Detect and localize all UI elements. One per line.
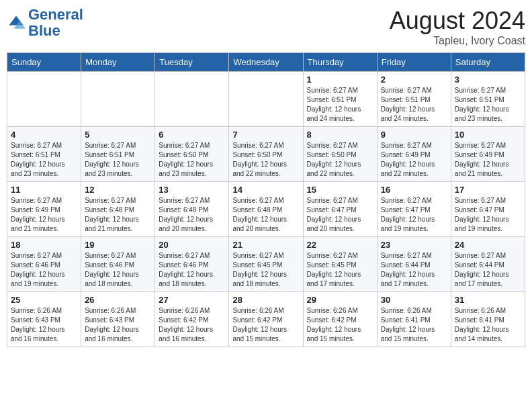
day-info: Sunrise: 6:27 AM Sunset: 6:48 PM Dayligh…: [159, 196, 225, 234]
calendar-day-header: Saturday: [451, 53, 525, 72]
calendar-cell: 13Sunrise: 6:27 AM Sunset: 6:48 PM Dayli…: [155, 182, 229, 237]
calendar-cell: [155, 72, 229, 127]
day-number: 12: [85, 185, 151, 195]
day-number: 6: [159, 130, 225, 140]
calendar-cell: 4Sunrise: 6:27 AM Sunset: 6:51 PM Daylig…: [7, 127, 81, 182]
calendar-week-row: 25Sunrise: 6:26 AM Sunset: 6:43 PM Dayli…: [7, 292, 525, 347]
day-number: 28: [232, 295, 299, 305]
calendar-cell: 2Sunrise: 6:27 AM Sunset: 6:51 PM Daylig…: [377, 72, 451, 127]
calendar-header-row: SundayMondayTuesdayWednesdayThursdayFrid…: [7, 53, 525, 72]
day-info: Sunrise: 6:26 AM Sunset: 6:42 PM Dayligh…: [232, 306, 299, 344]
day-info: Sunrise: 6:27 AM Sunset: 6:46 PM Dayligh…: [85, 251, 151, 289]
calendar-cell: 3Sunrise: 6:27 AM Sunset: 6:51 PM Daylig…: [451, 72, 525, 127]
day-info: Sunrise: 6:27 AM Sunset: 6:48 PM Dayligh…: [85, 196, 151, 234]
day-info: Sunrise: 6:27 AM Sunset: 6:51 PM Dayligh…: [11, 141, 77, 179]
day-number: 7: [232, 130, 299, 140]
calendar-day-header: Wednesday: [229, 53, 303, 72]
day-number: 11: [11, 185, 77, 195]
calendar-cell: 14Sunrise: 6:27 AM Sunset: 6:48 PM Dayli…: [229, 182, 303, 237]
day-number: 29: [307, 295, 373, 305]
calendar-cell: 6Sunrise: 6:27 AM Sunset: 6:50 PM Daylig…: [155, 127, 229, 182]
day-number: 17: [455, 185, 521, 195]
calendar-cell: 30Sunrise: 6:26 AM Sunset: 6:41 PM Dayli…: [377, 292, 451, 347]
day-info: Sunrise: 6:26 AM Sunset: 6:43 PM Dayligh…: [11, 306, 77, 344]
calendar-cell: 5Sunrise: 6:27 AM Sunset: 6:51 PM Daylig…: [81, 127, 155, 182]
day-info: Sunrise: 6:27 AM Sunset: 6:51 PM Dayligh…: [85, 141, 151, 179]
day-info: Sunrise: 6:27 AM Sunset: 6:44 PM Dayligh…: [455, 251, 521, 289]
day-number: 25: [11, 295, 77, 305]
day-info: Sunrise: 6:27 AM Sunset: 6:49 PM Dayligh…: [381, 141, 447, 179]
day-number: 20: [159, 240, 225, 250]
day-info: Sunrise: 6:27 AM Sunset: 6:46 PM Dayligh…: [159, 251, 225, 289]
day-number: 2: [381, 75, 447, 85]
day-number: 30: [381, 295, 447, 305]
day-info: Sunrise: 6:27 AM Sunset: 6:51 PM Dayligh…: [455, 86, 521, 124]
day-info: Sunrise: 6:27 AM Sunset: 6:50 PM Dayligh…: [159, 141, 225, 179]
day-info: Sunrise: 6:27 AM Sunset: 6:48 PM Dayligh…: [232, 196, 299, 234]
calendar-day-header: Friday: [377, 53, 451, 72]
logo-line1: General: [28, 7, 83, 23]
logo-text: General Blue: [28, 7, 83, 39]
day-number: 5: [85, 130, 151, 140]
calendar-week-row: 11Sunrise: 6:27 AM Sunset: 6:49 PM Dayli…: [7, 182, 525, 237]
day-number: 15: [307, 185, 373, 195]
day-number: 23: [381, 240, 447, 250]
calendar-table: SundayMondayTuesdayWednesdayThursdayFrid…: [7, 52, 525, 347]
day-number: 3: [455, 75, 521, 85]
day-info: Sunrise: 6:27 AM Sunset: 6:51 PM Dayligh…: [381, 86, 447, 124]
day-info: Sunrise: 6:26 AM Sunset: 6:42 PM Dayligh…: [159, 306, 225, 344]
calendar-week-row: 18Sunrise: 6:27 AM Sunset: 6:46 PM Dayli…: [7, 237, 525, 292]
calendar-cell: 11Sunrise: 6:27 AM Sunset: 6:49 PM Dayli…: [7, 182, 81, 237]
day-number: 13: [159, 185, 225, 195]
calendar-cell: 16Sunrise: 6:27 AM Sunset: 6:47 PM Dayli…: [377, 182, 451, 237]
day-number: 14: [232, 185, 299, 195]
day-info: Sunrise: 6:26 AM Sunset: 6:42 PM Dayligh…: [307, 306, 373, 344]
day-info: Sunrise: 6:27 AM Sunset: 6:44 PM Dayligh…: [381, 251, 447, 289]
calendar-cell: 31Sunrise: 6:26 AM Sunset: 6:41 PM Dayli…: [451, 292, 525, 347]
logo-icon: [7, 13, 26, 32]
calendar-day-header: Sunday: [7, 53, 81, 72]
calendar-cell: 19Sunrise: 6:27 AM Sunset: 6:46 PM Dayli…: [81, 237, 155, 292]
day-info: Sunrise: 6:27 AM Sunset: 6:51 PM Dayligh…: [307, 86, 373, 124]
calendar-cell: [229, 72, 303, 127]
day-info: Sunrise: 6:27 AM Sunset: 6:45 PM Dayligh…: [232, 251, 299, 289]
calendar-cell: 24Sunrise: 6:27 AM Sunset: 6:44 PM Dayli…: [451, 237, 525, 292]
calendar-cell: 18Sunrise: 6:27 AM Sunset: 6:46 PM Dayli…: [7, 237, 81, 292]
calendar-cell: [81, 72, 155, 127]
calendar-cell: 28Sunrise: 6:26 AM Sunset: 6:42 PM Dayli…: [229, 292, 303, 347]
day-number: 16: [381, 185, 447, 195]
page-header: General Blue August 2024 Tapleu, Ivory C…: [7, 7, 525, 47]
day-number: 21: [232, 240, 299, 250]
title-block: August 2024 Tapleu, Ivory Coast: [390, 7, 525, 47]
calendar-day-header: Tuesday: [155, 53, 229, 72]
day-number: 26: [85, 295, 151, 305]
day-number: 9: [381, 130, 447, 140]
calendar-cell: 29Sunrise: 6:26 AM Sunset: 6:42 PM Dayli…: [303, 292, 377, 347]
calendar-cell: 26Sunrise: 6:26 AM Sunset: 6:43 PM Dayli…: [81, 292, 155, 347]
day-number: 10: [455, 130, 521, 140]
day-number: 8: [307, 130, 373, 140]
calendar-cell: 9Sunrise: 6:27 AM Sunset: 6:49 PM Daylig…: [377, 127, 451, 182]
day-number: 24: [455, 240, 521, 250]
day-info: Sunrise: 6:27 AM Sunset: 6:50 PM Dayligh…: [307, 141, 373, 179]
month-title: August 2024: [390, 7, 525, 35]
calendar-cell: 15Sunrise: 6:27 AM Sunset: 6:47 PM Dayli…: [303, 182, 377, 237]
day-info: Sunrise: 6:27 AM Sunset: 6:47 PM Dayligh…: [381, 196, 447, 234]
day-number: 31: [455, 295, 521, 305]
calendar-cell: 21Sunrise: 6:27 AM Sunset: 6:45 PM Dayli…: [229, 237, 303, 292]
day-number: 19: [85, 240, 151, 250]
day-info: Sunrise: 6:27 AM Sunset: 6:47 PM Dayligh…: [455, 196, 521, 234]
calendar-cell: 25Sunrise: 6:26 AM Sunset: 6:43 PM Dayli…: [7, 292, 81, 347]
day-info: Sunrise: 6:27 AM Sunset: 6:49 PM Dayligh…: [11, 196, 77, 234]
calendar-cell: 12Sunrise: 6:27 AM Sunset: 6:48 PM Dayli…: [81, 182, 155, 237]
calendar-week-row: 4Sunrise: 6:27 AM Sunset: 6:51 PM Daylig…: [7, 127, 525, 182]
calendar-cell: 1Sunrise: 6:27 AM Sunset: 6:51 PM Daylig…: [303, 72, 377, 127]
day-info: Sunrise: 6:27 AM Sunset: 6:49 PM Dayligh…: [455, 141, 521, 179]
day-info: Sunrise: 6:26 AM Sunset: 6:41 PM Dayligh…: [455, 306, 521, 344]
calendar-cell: 10Sunrise: 6:27 AM Sunset: 6:49 PM Dayli…: [451, 127, 525, 182]
calendar-day-header: Thursday: [303, 53, 377, 72]
calendar-cell: 7Sunrise: 6:27 AM Sunset: 6:50 PM Daylig…: [229, 127, 303, 182]
day-number: 27: [159, 295, 225, 305]
logo-line2: Blue: [28, 23, 83, 39]
day-number: 22: [307, 240, 373, 250]
